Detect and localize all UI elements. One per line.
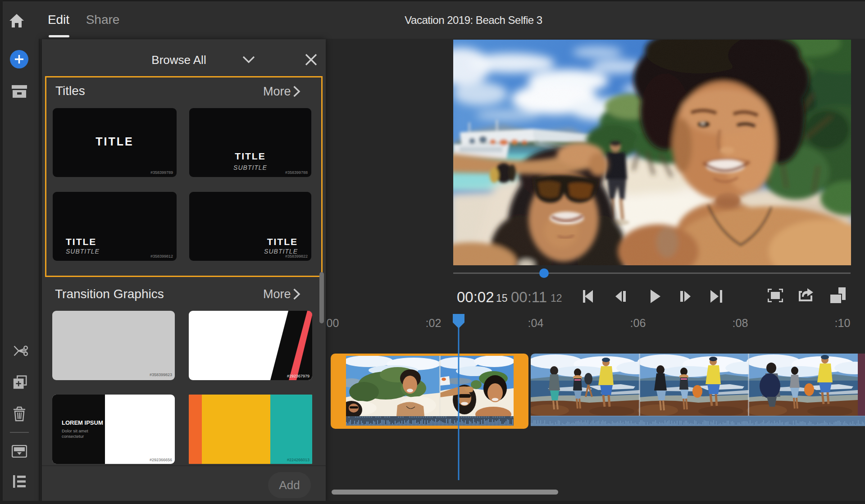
svg-text:Dolor sit amet: Dolor sit amet	[62, 428, 88, 433]
svg-text:#224266013: #224266013	[287, 458, 310, 462]
svg-text:#292367979: #292367979	[287, 374, 310, 378]
svg-text:LOREM IPSUM: LOREM IPSUM	[62, 419, 103, 426]
svg-text:#292366656: #292366656	[150, 458, 172, 462]
svg-text:consectetur: consectetur	[62, 434, 84, 439]
